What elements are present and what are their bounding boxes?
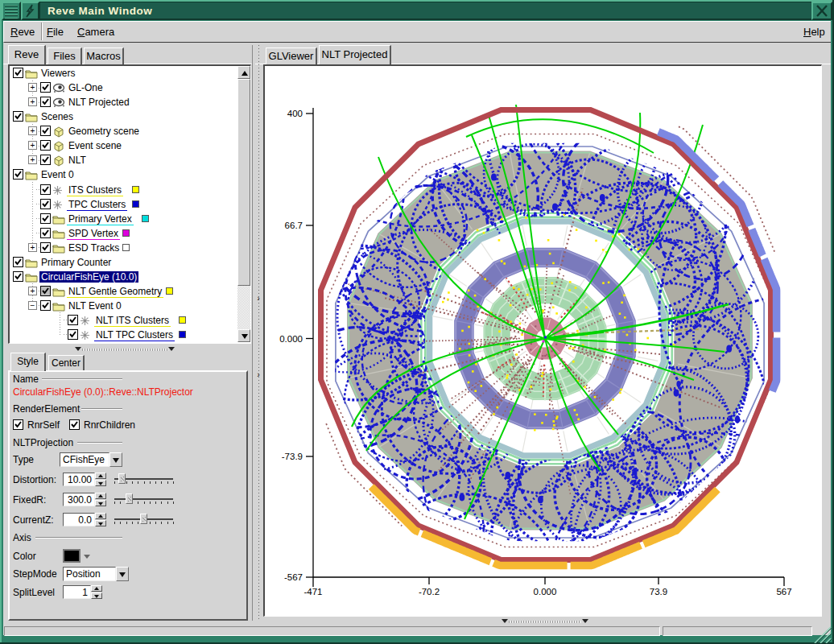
- svg-text:0.000: 0.000: [534, 587, 557, 597]
- svg-text:0.000: 0.000: [279, 334, 303, 344]
- svg-text:-70.2: -70.2: [419, 587, 440, 597]
- svg-text:66.7: 66.7: [285, 221, 303, 230]
- svg-text:-73.9: -73.9: [282, 452, 303, 461]
- svg-text:400: 400: [287, 109, 303, 118]
- svg-text:-471: -471: [303, 587, 322, 597]
- svg-text:567: 567: [776, 587, 791, 597]
- svg-text:-567: -567: [284, 572, 303, 582]
- svg-text:73.9: 73.9: [650, 587, 667, 597]
